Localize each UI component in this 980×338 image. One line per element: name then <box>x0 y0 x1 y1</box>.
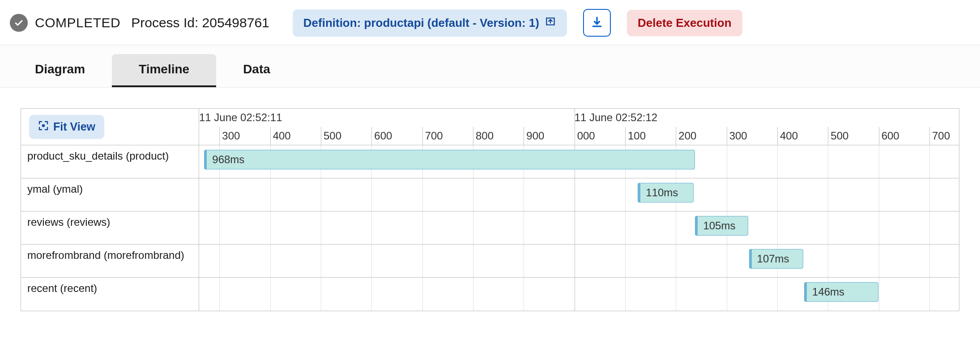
tick-label: 100 <box>628 130 646 142</box>
tick-label: 300 <box>729 130 747 142</box>
open-external-icon <box>545 16 556 30</box>
fit-view-icon <box>38 120 49 134</box>
delete-execution-button[interactable]: Delete Execution <box>627 10 742 36</box>
tick-label: 800 <box>476 130 494 142</box>
row-label: ymal (ymal) <box>21 178 199 211</box>
grid-body: 968ms110ms105ms107ms146ms <box>199 145 959 311</box>
content-area: Fit View product_sku_details (product)ym… <box>0 88 980 332</box>
tick-label: 200 <box>678 130 696 142</box>
delete-execution-label: Delete Execution <box>638 16 732 30</box>
svg-rect-0 <box>42 124 45 127</box>
tick-label: 300 <box>222 130 240 142</box>
timeline-grid[interactable]: 11 June 02:52:1111 June 02:52:1230040050… <box>199 109 959 311</box>
tick-label: 900 <box>526 130 544 142</box>
grid-header: 11 June 02:52:1111 June 02:52:1230040050… <box>199 109 959 145</box>
time-group-label: 11 June 02:52:12 <box>575 111 658 124</box>
row-label: morefrombrand (morefrombrand) <box>21 245 199 278</box>
tick-label: 400 <box>273 130 291 142</box>
definition-button[interactable]: Definition: productapi (default - Versio… <box>293 9 567 37</box>
tab-data[interactable]: Data <box>216 54 297 87</box>
tick-label: 700 <box>425 130 443 142</box>
fit-view-button[interactable]: Fit View <box>29 115 104 139</box>
timeline-bar[interactable]: 105ms <box>695 216 748 236</box>
fit-view-label: Fit View <box>53 120 95 133</box>
timeline-row: 968ms <box>199 145 959 178</box>
definition-button-label: Definition: productapi (default - Versio… <box>303 16 539 30</box>
download-icon <box>590 16 604 30</box>
timeline-bar[interactable]: 107ms <box>749 249 803 269</box>
tick-label: 000 <box>577 130 595 142</box>
timeline-bar[interactable]: 146ms <box>804 282 878 302</box>
tick-label: 600 <box>882 130 899 142</box>
tick-label: 400 <box>780 130 798 142</box>
tick-label: 500 <box>831 130 848 142</box>
status-check-icon <box>10 14 28 32</box>
timeline-row: 110ms <box>199 178 959 211</box>
status-label: COMPLETED <box>35 15 120 30</box>
row-label: recent (recent) <box>21 278 199 311</box>
tick-label: 700 <box>932 130 950 142</box>
timeline-row: 105ms <box>199 211 959 245</box>
row-label: product_sku_details (product) <box>21 145 199 178</box>
timeline-table: Fit View product_sku_details (product)ym… <box>21 108 959 311</box>
timeline-row: 107ms <box>199 245 959 278</box>
process-id-label: Process Id: 205498761 <box>131 15 269 30</box>
header-bar: COMPLETED Process Id: 205498761 Definiti… <box>0 0 980 45</box>
timeline-bar[interactable]: 110ms <box>638 183 694 203</box>
fit-view-cell: Fit View <box>21 109 199 145</box>
timeline-bar[interactable]: 968ms <box>204 150 695 169</box>
time-group-label: 11 June 02:52:11 <box>199 111 282 124</box>
tab-timeline[interactable]: Timeline <box>112 54 216 87</box>
tick-label: 500 <box>324 130 341 142</box>
row-label: reviews (reviews) <box>21 211 199 245</box>
tick-label: 600 <box>374 130 392 142</box>
tabs-container: DiagramTimelineData <box>0 45 980 88</box>
download-button[interactable] <box>583 9 611 37</box>
timeline-row: 146ms <box>199 278 959 311</box>
row-labels-column: Fit View product_sku_details (product)ym… <box>21 109 199 311</box>
tab-diagram[interactable]: Diagram <box>8 54 112 87</box>
